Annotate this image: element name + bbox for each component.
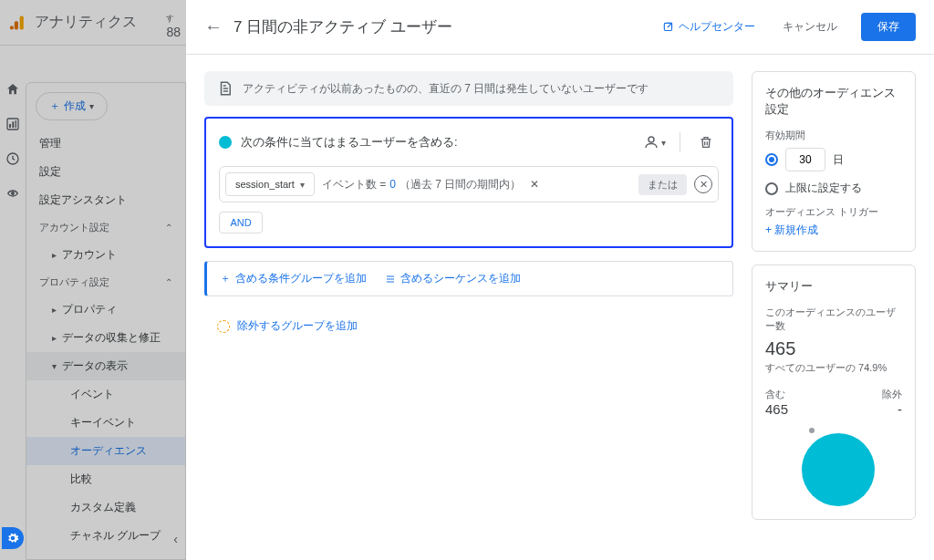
include-value: 465 (765, 401, 788, 417)
nav-admin[interactable]: 管理 (26, 130, 185, 158)
parameter-chip[interactable]: イベント数 = 0 （過去 7 日間の期間内） ✕ (322, 177, 631, 192)
remove-condition-icon[interactable]: ✕ (694, 175, 712, 193)
duration-days-radio[interactable] (765, 153, 778, 166)
help-center-link[interactable]: ヘルプセンター (662, 19, 755, 35)
duration-days-input[interactable] (785, 148, 825, 171)
event-selector[interactable]: session_start▾ (225, 172, 315, 196)
svg-rect-4 (9, 124, 11, 128)
trigger-label: オーディエンス トリガー (765, 205, 902, 219)
nav-section-property[interactable]: プロパティ設定⌃ (26, 269, 185, 296)
scope-selector[interactable]: ▾ (641, 130, 667, 155)
and-button[interactable]: AND (219, 212, 263, 233)
chevron-down-icon: ▾ (300, 180, 305, 190)
exclude-label: 除外 (882, 388, 902, 401)
property-snippet: す88 (166, 13, 181, 39)
nav-account[interactable]: ▸アカウント (26, 241, 185, 269)
audience-settings-card: その他のオーディエンス設定 有効期間 日 上限に設定する オーディエンス トリガ… (752, 71, 916, 252)
delete-group-icon[interactable] (693, 130, 719, 155)
include-indicator-icon (219, 136, 232, 149)
nav-property[interactable]: ▸プロパティ (26, 296, 185, 324)
remove-parameter-icon[interactable]: ✕ (530, 178, 539, 191)
page-title: 7 日間の非アクティブ ユーザー (234, 16, 651, 37)
add-exclude-group[interactable]: 除外するグループを追加 (204, 315, 733, 337)
cancel-button[interactable]: キャンセル (783, 19, 837, 35)
nav-data-collect[interactable]: ▸データの収集と修正 (26, 324, 185, 352)
summary-users-label: このオーディエンスのユーザー数 (765, 306, 902, 333)
advertising-icon[interactable] (5, 186, 20, 201)
sidebar: アナリティクス す88 ＋ 作成 ▾ 管理 設定 設定アシスタント アカウント設… (0, 0, 186, 560)
add-sequence[interactable]: 含めるシーケンスを追加 (385, 271, 521, 286)
brand-name: アナリティクス (35, 13, 137, 32)
page-header: ← 7 日間の非アクティブ ユーザー ヘルプセンター キャンセル 保存 (186, 0, 934, 55)
condition-card: 次の条件に当てはまるユーザーを含める: ▾ session_start▾ (204, 117, 733, 248)
summary-percent: すべてのユーザーの 74.9% (765, 361, 902, 375)
save-button[interactable]: 保存 (861, 13, 916, 41)
nav-data-view[interactable]: ▾データの表示 (26, 352, 185, 380)
home-icon[interactable] (5, 82, 20, 97)
nav-custom-def[interactable]: カスタム定義 (26, 493, 185, 522)
svg-point-10 (649, 137, 654, 142)
explore-icon[interactable] (5, 151, 20, 166)
days-unit: 日 (833, 152, 844, 168)
summary-title: サマリー (765, 278, 902, 295)
nav-settings[interactable]: 設定 (26, 158, 185, 186)
new-trigger-link[interactable]: + 新規作成 (765, 223, 902, 238)
nav-audiences[interactable]: オーディエンス (26, 437, 185, 465)
nav-section-account[interactable]: アカウント設定⌃ (26, 214, 185, 241)
summary-card: サマリー このオーディエンスのユーザー数 465 すべてのユーザーの 74.9%… (752, 264, 916, 520)
or-button[interactable]: または (638, 174, 687, 195)
reports-icon[interactable] (5, 117, 20, 131)
svg-rect-6 (16, 120, 16, 128)
main-panel: ← 7 日間の非アクティブ ユーザー ヘルプセンター キャンセル 保存 アクティ… (186, 0, 934, 560)
svg-point-8 (12, 192, 15, 195)
description-text: アクティビティが以前あったものの、直近の 7 日間は発生していないユーザーです (243, 81, 649, 97)
analytics-logo-icon (9, 14, 27, 32)
add-condition-group[interactable]: ＋ 含める条件グループを追加 (220, 271, 367, 286)
collapse-sidebar-icon[interactable]: ‹ (173, 532, 178, 546)
summary-users-value: 465 (765, 338, 902, 359)
svg-rect-0 (20, 16, 24, 29)
nav-compare[interactable]: 比較 (26, 465, 185, 493)
summary-pie-chart (793, 424, 875, 506)
exclude-value: - (882, 401, 902, 417)
divider (680, 132, 680, 152)
duration-max-radio[interactable] (765, 182, 778, 195)
description-bar[interactable]: アクティビティが以前あったものの、直近の 7 日間は発生していないユーザーです (204, 71, 733, 106)
add-groups-bar: ＋ 含める条件グループを追加 含めるシーケンスを追加 (204, 261, 733, 296)
duration-max-label: 上限に設定する (785, 181, 862, 196)
svg-rect-1 (15, 21, 18, 29)
create-button[interactable]: ＋ 作成 ▾ (36, 92, 108, 120)
settings-title: その他のオーディエンス設定 (765, 85, 902, 118)
include-label: 含む (765, 388, 788, 401)
duration-label: 有効期間 (765, 129, 902, 142)
back-arrow-icon[interactable]: ← (204, 16, 223, 37)
nav-channel-groups[interactable]: チャネル グループ (26, 522, 185, 550)
svg-point-2 (10, 26, 14, 29)
admin-gear-icon[interactable] (2, 527, 24, 549)
nav-setup-assistant[interactable]: 設定アシスタント (26, 186, 185, 214)
condition-row: session_start▾ イベント数 = 0 （過去 7 日間の期間内） ✕… (219, 166, 719, 202)
nav-events[interactable]: イベント (26, 380, 185, 409)
nav-key-events[interactable]: キーイベント (26, 409, 185, 437)
svg-rect-5 (12, 121, 14, 128)
exclude-icon (217, 320, 230, 333)
document-icon (217, 80, 234, 97)
condition-title: 次の条件に当てはまるユーザーを含める: (241, 134, 632, 150)
